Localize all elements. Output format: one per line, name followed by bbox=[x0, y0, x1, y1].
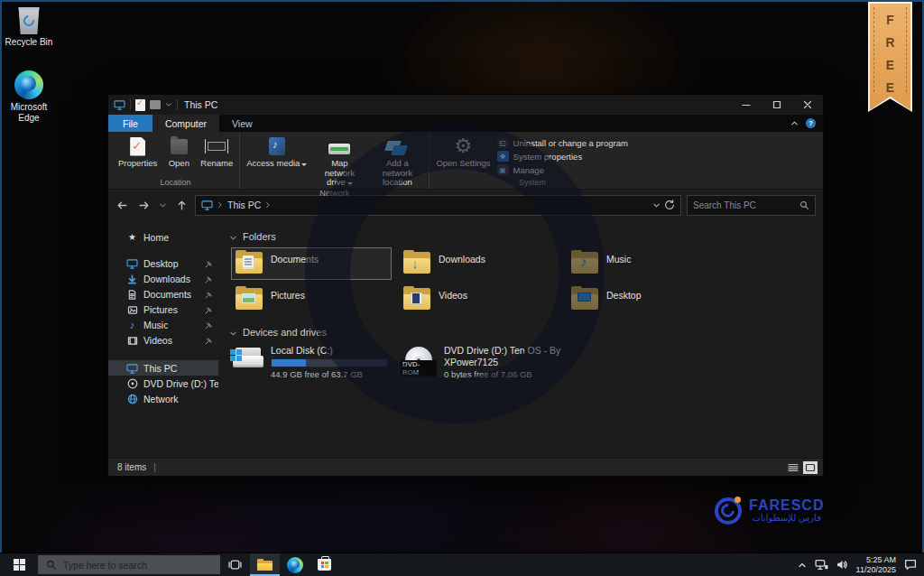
pictures-folder-icon bbox=[236, 286, 263, 310]
sidebar-item-dvd-drive[interactable]: DVD Drive (D:) Ten O bbox=[108, 376, 218, 391]
volume-tray-icon[interactable] bbox=[836, 560, 848, 570]
brand-subtitle: فارس للإسطوانات bbox=[749, 514, 824, 524]
clock-date: 11/20/2025 bbox=[856, 565, 896, 575]
sidebar-item-documents[interactable]: Documents bbox=[108, 286, 218, 302]
tab-view[interactable]: View bbox=[219, 115, 265, 132]
tab-computer[interactable]: Computer bbox=[152, 115, 219, 132]
up-button[interactable] bbox=[173, 196, 189, 214]
group-label-network: Network bbox=[242, 188, 427, 200]
sidebar-item-pictures[interactable]: Pictures bbox=[108, 302, 218, 317]
edge-taskbar-button[interactable] bbox=[280, 553, 310, 576]
ribbon-tabs: File Computer View ? bbox=[108, 115, 823, 132]
close-button[interactable] bbox=[792, 95, 823, 115]
folder-tile-downloads[interactable]: ↓ Downloads bbox=[399, 247, 559, 280]
refresh-icon[interactable] bbox=[664, 200, 675, 210]
file-explorer-taskbar-button[interactable] bbox=[250, 553, 280, 576]
minimize-button[interactable] bbox=[731, 95, 762, 115]
forward-button[interactable] bbox=[135, 196, 152, 214]
store-taskbar-button[interactable] bbox=[310, 553, 339, 576]
collapse-chevron-icon[interactable] bbox=[229, 231, 237, 242]
free-ribbon-letter: R bbox=[870, 35, 910, 50]
breadcrumb[interactable]: This PC bbox=[227, 200, 261, 210]
access-media-icon bbox=[269, 135, 285, 157]
taskbar-search-input[interactable] bbox=[63, 560, 212, 571]
taskbar-search-box[interactable] bbox=[38, 555, 220, 574]
address-dropdown-icon[interactable] bbox=[652, 201, 661, 209]
drive-name: Local Disk (C:) bbox=[271, 345, 388, 357]
breadcrumb-chevron-icon[interactable] bbox=[217, 201, 224, 209]
rename-icon bbox=[208, 135, 226, 157]
collapse-chevron-icon[interactable] bbox=[229, 327, 237, 338]
access-media-button[interactable]: Access media bbox=[242, 134, 311, 169]
clock-time: 5:25 AM bbox=[856, 555, 896, 565]
manage-button[interactable]: ▣ Manage bbox=[497, 164, 628, 175]
properties-button[interactable]: Properties bbox=[114, 134, 162, 169]
sidebar-item-desktop[interactable]: Desktop bbox=[108, 255, 218, 271]
tab-file[interactable]: File bbox=[108, 115, 152, 132]
back-button[interactable] bbox=[114, 196, 130, 214]
open-settings-button[interactable]: ⚙ Open Settings bbox=[431, 134, 494, 169]
pin-icon bbox=[205, 289, 212, 300]
sidebar-item-videos[interactable]: Videos bbox=[108, 332, 218, 348]
title-bar[interactable]: ✓ This PC bbox=[108, 95, 823, 115]
qat-properties-icon[interactable]: ✓ bbox=[135, 99, 145, 111]
help-icon[interactable]: ? bbox=[806, 118, 816, 128]
map-network-drive-button[interactable]: Map network drive bbox=[311, 134, 367, 188]
network-tray-icon[interactable] bbox=[815, 559, 828, 571]
taskbar: 5:25 AM 11/20/2025 bbox=[0, 553, 924, 576]
system-tray: 5:25 AM 11/20/2025 bbox=[798, 553, 924, 576]
recent-locations-chevron-icon[interactable] bbox=[157, 196, 168, 214]
breadcrumb-chevron-icon[interactable] bbox=[264, 201, 272, 209]
open-button[interactable]: Open bbox=[162, 134, 196, 169]
taskbar-clock[interactable]: 5:25 AM 11/20/2025 bbox=[856, 555, 896, 575]
drive-tile-local-disk-c[interactable]: Local Disk (C:) 44.9 GB free of 63.7 GB bbox=[231, 343, 399, 381]
folder-tile-pictures[interactable]: Pictures bbox=[231, 283, 392, 316]
search-box[interactable] bbox=[687, 195, 816, 216]
drive-tile-dvd-d[interactable]: DVD-ROM DVD Drive (D:) Ten OS - By XPowe… bbox=[399, 343, 615, 381]
action-center-icon[interactable] bbox=[904, 559, 917, 571]
drive-name: DVD Drive (D:) Ten OS - By XPower7125 bbox=[444, 345, 579, 367]
videos-folder-icon bbox=[403, 286, 430, 310]
search-icon[interactable] bbox=[799, 200, 809, 210]
home-icon: ★ bbox=[126, 232, 138, 242]
search-icon bbox=[46, 560, 57, 571]
folder-tile-documents[interactable]: Documents bbox=[231, 247, 392, 280]
drive-free-space: 44.9 GB free of 63.7 GB bbox=[271, 369, 388, 379]
uninstall-program-button[interactable]: ◱ Uninstall or change a program bbox=[497, 137, 628, 148]
system-properties-button[interactable]: ❖ System properties bbox=[497, 151, 628, 162]
search-input[interactable] bbox=[693, 200, 799, 210]
open-icon bbox=[171, 135, 188, 157]
microsoft-store-icon bbox=[318, 559, 331, 571]
folder-tile-desktop[interactable]: Desktop bbox=[567, 283, 727, 316]
devices-section-header[interactable]: Devices and drives bbox=[229, 327, 816, 338]
sidebar-item-network[interactable]: Network bbox=[108, 391, 218, 406]
rename-button[interactable]: Rename bbox=[196, 134, 237, 169]
desktop-icon-recycle-bin[interactable]: Recycle Bin bbox=[0, 7, 58, 48]
desktop-icon-microsoft-edge[interactable]: Microsoft Edge bbox=[0, 70, 58, 124]
divider: | bbox=[153, 462, 156, 472]
folders-section-header[interactable]: Folders bbox=[229, 231, 816, 242]
sidebar-item-this-pc[interactable]: This PC bbox=[108, 360, 218, 376]
edge-icon bbox=[287, 557, 303, 573]
dropdown-caret-icon bbox=[301, 163, 307, 166]
pin-icon bbox=[205, 320, 212, 330]
task-view-button[interactable] bbox=[220, 553, 250, 576]
details-view-button[interactable] bbox=[786, 461, 800, 474]
folders-grid: Documents ↓ Downloads ♪ Music Pictures V… bbox=[231, 247, 816, 320]
add-network-location-button[interactable]: Add a network location bbox=[367, 134, 427, 188]
group-label-location: Location bbox=[114, 177, 237, 189]
qat-customize-chevron-icon[interactable] bbox=[165, 101, 172, 108]
desktop-folder-icon bbox=[571, 286, 598, 310]
sidebar-item-music[interactable]: ♪ Music bbox=[108, 317, 218, 332]
sidebar-item-downloads[interactable]: Downloads bbox=[108, 271, 218, 286]
large-icons-view-button[interactable] bbox=[803, 461, 818, 474]
disk-usage-bar bbox=[271, 358, 388, 367]
folder-tile-videos[interactable]: Videos bbox=[399, 283, 559, 316]
sidebar-item-home[interactable]: ★ Home bbox=[108, 229, 218, 245]
collapse-ribbon-icon[interactable] bbox=[790, 119, 799, 127]
start-button[interactable] bbox=[0, 553, 38, 576]
maximize-button[interactable] bbox=[762, 95, 792, 115]
hidden-icons-chevron-icon[interactable] bbox=[798, 561, 807, 570]
folder-tile-music[interactable]: ♪ Music bbox=[567, 247, 727, 280]
qat-new-folder-icon[interactable] bbox=[150, 100, 161, 109]
